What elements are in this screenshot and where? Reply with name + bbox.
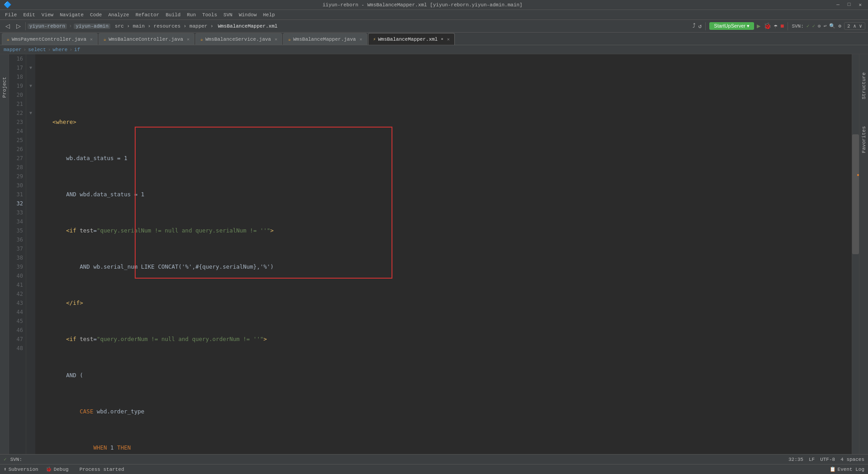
ln-45: 45 (9, 317, 23, 326)
coverage-icon[interactable]: ☂ (774, 22, 778, 30)
svn-clock-icon: ⊙ (818, 23, 821, 29)
svn-undo-icon[interactable]: ↩ (824, 23, 827, 29)
ln-25: 25 (9, 136, 23, 145)
svn-settings-icon[interactable]: ⚙ (838, 23, 841, 29)
tab-close-icon-4[interactable]: ✕ (359, 37, 362, 42)
location-select[interactable]: select (28, 47, 46, 52)
menu-navigate[interactable]: Navigate (57, 11, 87, 19)
menu-analyze[interactable]: Analyze (105, 11, 132, 19)
tab-wms-balance-controller[interactable]: ☕ WmsBalanceController.java ✕ (99, 33, 194, 45)
maximize-button[interactable]: □ (845, 2, 854, 8)
code-line-16: <where> (39, 118, 848, 127)
debug-label: Debug (54, 467, 69, 472)
menu-run[interactable]: Run (184, 11, 199, 19)
ln-32: 32 (9, 199, 23, 208)
svn-search-icon[interactable]: 🔍 (829, 23, 835, 29)
debug-panel-icon: 🐞 (46, 466, 52, 472)
status-svn-label: SVN: (10, 457, 22, 462)
tab-wms-payment-controller[interactable]: ☕ WmsPaymentController.java ✕ (2, 33, 98, 45)
menu-svn[interactable]: SVN (220, 11, 236, 19)
menu-file[interactable]: File (2, 11, 20, 19)
menu-code[interactable]: Code (87, 11, 105, 19)
config-selector[interactable]: yiyun-admin (74, 24, 110, 29)
breadcrumb-path: src › main › resources › mapper › (113, 24, 215, 29)
code-line-25: WHEN 1 THEN (39, 443, 848, 452)
close-button[interactable]: ✕ (856, 2, 864, 8)
left-panel-tab[interactable]: Project (0, 54, 9, 454)
java-icon-3: ☕ (200, 37, 203, 42)
status-bar: ✓ SVN: 32:35 LF UTF-8 4 spaces (0, 454, 868, 464)
tab-close-icon-5[interactable]: ✕ (447, 37, 450, 42)
project-panel-icon: Project (2, 77, 7, 98)
code-line-20: AND wb.serial_num LIKE CONCAT('%',#{quer… (39, 262, 848, 271)
status-left: ✓ SVN: (4, 456, 22, 462)
ln-17: 17 (9, 63, 23, 72)
status-right: 32:35 LF UTF-8 4 spaces (788, 457, 864, 462)
ln-42: 42 (9, 289, 23, 299)
tab-wms-balance-mapper-java[interactable]: ☕ WmsBalanceMapper.java ✕ (283, 33, 367, 45)
debug-icon[interactable]: 🐞 (764, 22, 771, 30)
bottom-bar: ⬆ Subversion 🐞 Debug Process started 📋 E… (0, 464, 868, 474)
ln-35: 35 (9, 226, 23, 235)
ln-16: 16 (9, 54, 23, 63)
code-gutter: ▼ ▼ ▼ (26, 54, 35, 454)
code-content[interactable]: <where> wb.data_status = 1 AND wbd.data_… (35, 54, 852, 454)
scroll-thumb[interactable] (852, 134, 859, 254)
tab-label-3: WmsBalanceService.java (205, 37, 271, 42)
minimize-button[interactable]: — (834, 2, 842, 8)
gutter-block-23-39 (26, 118, 35, 271)
favorites-panel-icon[interactable]: Favorites (861, 126, 867, 153)
structure-panel-icon[interactable]: Structure (861, 72, 867, 99)
gutter-fold-22[interactable]: ▼ (26, 109, 35, 118)
tab-close-icon-2[interactable]: ✕ (187, 37, 189, 42)
event-log-item[interactable]: 📋 Event Log (830, 466, 864, 472)
svn-check2-icon: ✓ (812, 23, 815, 29)
menu-build[interactable]: Build (162, 11, 184, 19)
code-line-19: <if test="query.serialNum != null and qu… (39, 226, 848, 235)
forward-button[interactable]: ▷ (14, 21, 24, 31)
ln-39: 39 (9, 262, 23, 271)
menu-tools[interactable]: Tools (199, 11, 220, 19)
gutter-fold-19[interactable]: ▼ (26, 81, 35, 90)
code-selection-box (135, 127, 392, 279)
stop-icon[interactable]: ■ (780, 23, 784, 30)
subversion-item[interactable]: ⬆ Subversion (4, 466, 38, 472)
tab-wms-balance-service[interactable]: ☕ WmsBalanceService.java ✕ (195, 33, 282, 45)
event-log-label: Event Log (838, 467, 864, 472)
counter-value: 2 (847, 24, 850, 29)
run-icon[interactable]: ▶ (757, 22, 760, 30)
menu-help[interactable]: Help (260, 11, 278, 19)
tab-close-icon-3[interactable]: ✕ (274, 37, 277, 42)
event-log-icon: 📋 (830, 466, 836, 472)
menu-refactor[interactable]: Refactor (132, 11, 163, 19)
ln-19: 19 (9, 81, 23, 90)
gutter-fold-16[interactable]: ▼ (26, 63, 35, 72)
tab-close-icon[interactable]: ✕ (90, 37, 93, 42)
gutter-41 (26, 280, 35, 289)
debug-item[interactable]: 🐞 Debug (46, 466, 69, 472)
back-button[interactable]: ◁ (3, 21, 13, 31)
line-sep: LF (809, 457, 815, 462)
menu-window[interactable]: Window (236, 11, 260, 19)
subversion-icon: ⬆ (4, 466, 7, 472)
menu-edit[interactable]: Edit (20, 11, 38, 19)
project-selector[interactable]: yiyun-reborn (28, 24, 67, 29)
ln-44: 44 (9, 308, 23, 317)
code-line-22: <if test="query.orderNum != null and que… (39, 335, 848, 344)
gutter-21 (26, 100, 35, 109)
ln-21: 21 (9, 100, 23, 109)
ln-36: 36 (9, 235, 23, 244)
tab-wms-balance-mapper-xml[interactable]: ⚡ WmsBalanceMapper.xml ● ✕ (368, 33, 455, 45)
location-mapper[interactable]: mapper (4, 47, 22, 52)
location-if[interactable]: if (74, 47, 80, 52)
counter-badge: 2 ∧ ∨ (844, 22, 865, 30)
code-editor[interactable]: 16 17 18 19 20 21 22 23 24 25 26 27 28 2… (9, 54, 859, 454)
vertical-scrollbar[interactable] (852, 54, 859, 454)
menu-view[interactable]: View (38, 11, 57, 19)
ln-29: 29 (9, 172, 23, 181)
window-controls[interactable]: — □ ✕ (834, 2, 864, 8)
right-side-panel[interactable]: Structure Favorites (859, 54, 868, 454)
location-where[interactable]: where (52, 47, 67, 52)
startup-server-button[interactable]: StartUpServer ▾ (709, 22, 754, 30)
window-title: iiyun-reborn - WmsBalanceMapper.xml [yiy… (11, 2, 834, 8)
